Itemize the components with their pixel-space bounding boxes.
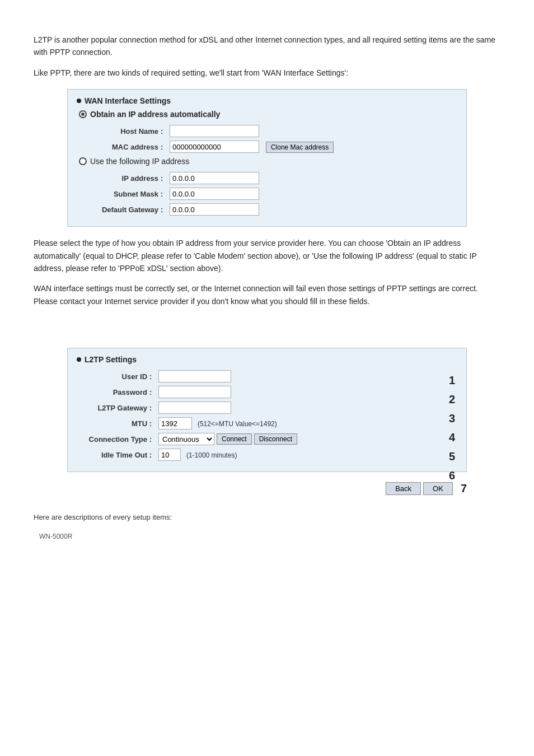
intro-para1: L2TP is another popular connection metho… bbox=[34, 34, 500, 59]
l2tp-title-text: L2TP Settings bbox=[85, 355, 137, 364]
idle-timeout-cell: (1-1000 minutes) bbox=[155, 447, 419, 463]
wan-settings-box: WAN Interface Settings Obtain an IP addr… bbox=[67, 89, 467, 227]
mtu-input-cell: (512<=MTU Value<=1492) bbox=[155, 416, 419, 431]
host-name-label: Host Name : bbox=[77, 123, 166, 139]
numbered-labels: 1 2 3 4 5 6 bbox=[449, 371, 455, 485]
conn-type-controls: Continuous Connect on Demand Manual Conn… bbox=[158, 433, 416, 445]
wan-static-table: IP address : Subnet Mask : Default Gatew… bbox=[77, 170, 457, 217]
clone-mac-button[interactable]: Clone Mac address bbox=[266, 142, 334, 153]
l2tp-gateway-row: L2TP Gateway : bbox=[77, 400, 419, 416]
intro-para2: Like PPTP, there are two kinds of requir… bbox=[34, 67, 500, 79]
connection-type-select[interactable]: Continuous Connect on Demand Manual bbox=[158, 433, 214, 445]
l2tp-gateway-input[interactable] bbox=[158, 402, 231, 414]
num-7: 7 bbox=[461, 482, 467, 495]
idle-timeout-label: Idle Time Out : bbox=[77, 447, 155, 463]
subnet-mask-input-cell bbox=[166, 186, 457, 202]
radio-auto-label: Obtain an IP address automatically bbox=[90, 110, 220, 119]
idle-timeout-row: Idle Time Out : (1-1000 minutes) bbox=[77, 447, 419, 463]
radio-auto-icon[interactable] bbox=[79, 110, 87, 118]
ip-address-row: IP address : bbox=[77, 170, 457, 186]
num-6: 6 bbox=[449, 466, 455, 485]
disconnect-button[interactable]: Disconnect bbox=[254, 433, 297, 445]
user-id-input[interactable] bbox=[158, 370, 231, 382]
back-button[interactable]: Back bbox=[386, 482, 421, 495]
model-text: WN-5000R bbox=[34, 531, 500, 542]
l2tp-gateway-label: L2TP Gateway : bbox=[77, 400, 155, 416]
default-gateway-label: Default Gateway : bbox=[77, 202, 166, 217]
connection-type-cell: Continuous Connect on Demand Manual Conn… bbox=[155, 431, 419, 447]
num-2: 2 bbox=[449, 390, 455, 409]
mtu-row: MTU : (512<=MTU Value<=1492) bbox=[77, 416, 419, 431]
l2tp-gateway-input-cell bbox=[155, 400, 419, 416]
password-row: Password : bbox=[77, 384, 419, 400]
l2tp-form-table: User ID : Password : L2TP Gateway : MTU … bbox=[77, 368, 419, 463]
default-gateway-input[interactable] bbox=[170, 203, 259, 216]
bullet-icon bbox=[77, 99, 81, 103]
mtu-label: MTU : bbox=[77, 416, 155, 431]
user-id-input-cell bbox=[155, 368, 419, 384]
l2tp-settings-box: L2TP Settings 1 2 3 4 5 6 User ID : Pass… bbox=[67, 348, 467, 472]
host-name-input-cell bbox=[166, 123, 457, 139]
l2tp-section-title: L2TP Settings bbox=[77, 355, 457, 364]
action-buttons-row: Back OK 7 bbox=[34, 482, 467, 495]
password-input[interactable] bbox=[158, 386, 231, 398]
mtu-hint: (512<=MTU Value<=1492) bbox=[198, 420, 277, 428]
num-5: 5 bbox=[449, 447, 455, 466]
host-name-input[interactable] bbox=[170, 125, 259, 137]
mtu-input[interactable] bbox=[158, 417, 192, 430]
default-gateway-row: Default Gateway : bbox=[77, 202, 457, 217]
host-name-row: Host Name : bbox=[77, 123, 457, 139]
l2tp-bullet-icon bbox=[77, 357, 81, 362]
default-gateway-input-cell bbox=[166, 202, 457, 217]
num-3: 3 bbox=[449, 409, 455, 428]
password-input-cell bbox=[155, 384, 419, 400]
connect-button[interactable]: Connect bbox=[217, 433, 252, 445]
mac-address-input[interactable] bbox=[170, 141, 259, 153]
idle-timeout-input[interactable] bbox=[158, 449, 181, 461]
ip-address-label: IP address : bbox=[77, 170, 166, 186]
footer-desc: Here are descriptions of every setup ite… bbox=[34, 512, 500, 524]
mac-address-input-cell: Clone Mac address bbox=[166, 139, 457, 155]
wan-section-title: WAN Interface Settings bbox=[77, 96, 457, 105]
connection-type-row: Connection Type : Continuous Connect on … bbox=[77, 431, 419, 447]
radio-auto-row[interactable]: Obtain an IP address automatically bbox=[77, 110, 457, 119]
num-1: 1 bbox=[449, 371, 455, 390]
mac-address-label: MAC address : bbox=[77, 139, 166, 155]
radio-manual-row[interactable]: Use the following IP address bbox=[77, 157, 457, 166]
user-id-label: User ID : bbox=[77, 368, 155, 384]
password-label: Password : bbox=[77, 384, 155, 400]
spacer bbox=[34, 315, 500, 338]
radio-manual-label: Use the following IP address bbox=[90, 157, 189, 166]
ip-address-input-cell bbox=[166, 170, 457, 186]
radio-manual-icon[interactable] bbox=[79, 157, 87, 165]
wan-form-table: Host Name : MAC address : Clone Mac addr… bbox=[77, 123, 457, 155]
desc-para3: Please select the type of how you obtain… bbox=[34, 237, 500, 274]
idle-hint: (1-1000 minutes) bbox=[186, 451, 237, 459]
subnet-mask-row: Subnet Mask : bbox=[77, 186, 457, 202]
connection-type-label: Connection Type : bbox=[77, 431, 155, 447]
mac-address-row: MAC address : Clone Mac address bbox=[77, 139, 457, 155]
subnet-mask-label: Subnet Mask : bbox=[77, 186, 166, 202]
wan-title-text: WAN Interface Settings bbox=[85, 96, 171, 105]
num-4: 4 bbox=[449, 428, 455, 447]
user-id-row: User ID : bbox=[77, 368, 419, 384]
desc-para4: WAN interface settings must be correctly… bbox=[34, 282, 500, 307]
subnet-mask-input[interactable] bbox=[170, 188, 259, 200]
ip-address-input[interactable] bbox=[170, 172, 259, 184]
